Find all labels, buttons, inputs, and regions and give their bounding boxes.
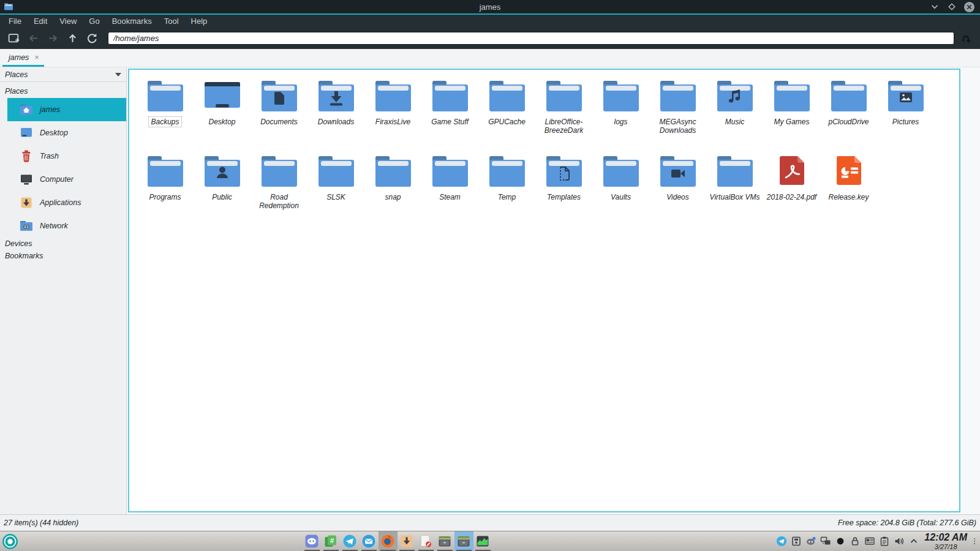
side-home-icon bbox=[20, 103, 33, 116]
close-button[interactable] bbox=[963, 1, 975, 13]
file-item-logs[interactable]: logs bbox=[592, 78, 649, 154]
sidebar-pane-selector[interactable]: Places bbox=[0, 67, 126, 82]
svg-text:#: # bbox=[330, 537, 334, 544]
key-icon bbox=[829, 154, 869, 188]
tabbar: james × bbox=[0, 49, 980, 67]
file-item-desktop[interactable]: Desktop bbox=[194, 78, 251, 154]
panel-handle[interactable] bbox=[971, 538, 978, 544]
taskbar-app-system-monitor[interactable] bbox=[473, 531, 492, 551]
up-button[interactable] bbox=[64, 31, 81, 47]
file-item-release-key[interactable]: Release.key bbox=[820, 154, 877, 229]
menu-item-tool[interactable]: Tool bbox=[158, 15, 185, 27]
taskbar-app-file-cabinet[interactable] bbox=[435, 531, 454, 551]
menu-item-edit[interactable]: Edit bbox=[28, 15, 53, 27]
taskbar-app-notes[interactable]: # bbox=[322, 531, 341, 551]
clock-date: 3/27/18 bbox=[924, 544, 967, 550]
folder-downloads-icon bbox=[317, 78, 356, 113]
side-applications-icon bbox=[20, 196, 33, 209]
new-tab-button[interactable] bbox=[5, 31, 22, 47]
taskbar-app-firefox[interactable] bbox=[379, 531, 398, 551]
taskbar-app-mail[interactable] bbox=[360, 531, 379, 551]
tray-discord-icon[interactable] bbox=[804, 534, 817, 549]
file-item-videos[interactable]: Videos bbox=[649, 154, 706, 229]
sidebar-item-desktop[interactable]: Desktop bbox=[7, 121, 126, 144]
file-item-steam[interactable]: Steam bbox=[421, 154, 478, 229]
maximize-button[interactable] bbox=[946, 1, 957, 12]
forward-button[interactable] bbox=[44, 31, 61, 47]
taskbar-app-telegram[interactable] bbox=[341, 531, 360, 551]
file-item-temp[interactable]: Temp bbox=[478, 154, 535, 229]
side-desktop-icon bbox=[20, 126, 33, 140]
file-item-downloads[interactable]: Downloads bbox=[307, 78, 364, 154]
file-item-pclouddrive[interactable]: pCloudDrive bbox=[820, 78, 877, 154]
file-item-gpucache[interactable]: GPUCache bbox=[478, 78, 535, 154]
file-item-backups[interactable]: Backups bbox=[137, 78, 194, 154]
back-button[interactable] bbox=[24, 31, 42, 47]
sidebar-section-bookmarks[interactable]: Bookmarks bbox=[0, 250, 126, 262]
folder-icon bbox=[601, 154, 641, 188]
file-item-pictures[interactable]: Pictures bbox=[877, 78, 934, 154]
taskbar-app-document-blocked[interactable] bbox=[417, 531, 435, 551]
file-item-2018-02-24-pdf[interactable]: 2018-02-24.pdf bbox=[763, 154, 820, 229]
file-item-templates[interactable]: Templates bbox=[535, 154, 592, 229]
file-item-virtualbox-vms[interactable]: VirtualBox VMs bbox=[706, 154, 763, 229]
sidebar-item-computer[interactable]: Computer bbox=[7, 168, 126, 191]
folder-icon bbox=[829, 78, 869, 113]
folder-icon bbox=[260, 154, 299, 188]
file-item-programs[interactable]: Programs bbox=[137, 154, 194, 229]
file-item-slsk[interactable]: SLSK bbox=[307, 154, 364, 229]
app-launcher-button[interactable] bbox=[0, 531, 20, 551]
menu-item-help[interactable]: Help bbox=[185, 15, 214, 27]
file-item-music[interactable]: Music bbox=[706, 78, 763, 154]
tray-network-monitors-icon[interactable] bbox=[819, 534, 832, 549]
menu-item-go[interactable]: Go bbox=[83, 15, 105, 27]
file-item-firaxislive[interactable]: FiraxisLive bbox=[364, 78, 421, 154]
side-network-icon bbox=[20, 219, 33, 233]
file-item-libreoffice-breezedark[interactable]: LibreOffice-BreezeDark bbox=[535, 78, 592, 154]
file-item-vaults[interactable]: Vaults bbox=[592, 154, 649, 229]
tray-chevron-up-icon[interactable] bbox=[907, 534, 920, 549]
item-count-text: 27 item(s) (44 hidden) bbox=[4, 519, 78, 527]
sidebar-item-trash[interactable]: Trash bbox=[7, 144, 126, 168]
minimize-button[interactable] bbox=[929, 1, 940, 12]
file-item-megasync-downloads[interactable]: MEGAsync Downloads bbox=[649, 78, 706, 154]
tray-app-box-icon[interactable] bbox=[790, 534, 802, 549]
sidebar-section-devices[interactable]: Devices bbox=[0, 238, 126, 250]
menu-item-bookmarks[interactable]: Bookmarks bbox=[106, 15, 158, 27]
folder-icon bbox=[545, 78, 584, 113]
folder-icon bbox=[146, 154, 185, 188]
file-item-public[interactable]: Public bbox=[194, 154, 251, 229]
sidebar-item-james[interactable]: james bbox=[7, 98, 126, 121]
tray-keyring-lock-icon[interactable] bbox=[848, 534, 861, 549]
path-input[interactable] bbox=[108, 32, 954, 45]
sidebar-item-applications[interactable]: Applications bbox=[7, 191, 126, 214]
sidebar-item-network[interactable]: Network bbox=[7, 214, 126, 238]
chevron-down-icon bbox=[115, 73, 121, 77]
tray-telegram-icon[interactable] bbox=[775, 534, 788, 549]
taskbar-app-discord[interactable] bbox=[303, 531, 322, 551]
main-area: Backups Desktop Documents Downloads Fira… bbox=[127, 67, 980, 514]
taskbar-app-downloads[interactable] bbox=[398, 531, 417, 551]
file-item-game-stuff[interactable]: Game Stuff bbox=[421, 78, 478, 154]
folder-public-icon bbox=[203, 154, 242, 188]
tray-clipboard-icon[interactable] bbox=[878, 534, 891, 549]
clock[interactable]: 12:02 AM 3/27/18 bbox=[924, 533, 967, 550]
tray-record-dot-icon[interactable] bbox=[834, 534, 846, 549]
file-item-road-redemption[interactable]: Road Redemption bbox=[251, 154, 307, 229]
menu-item-file[interactable]: File bbox=[2, 15, 28, 27]
file-item-snap[interactable]: snap bbox=[364, 154, 421, 229]
jump-button[interactable] bbox=[957, 31, 975, 47]
refresh-button[interactable] bbox=[83, 31, 100, 47]
tab-james[interactable]: james × bbox=[2, 51, 44, 67]
tab-close-icon[interactable]: × bbox=[34, 54, 39, 61]
tray-keyboard-flag-icon[interactable] bbox=[863, 534, 876, 549]
file-item-documents[interactable]: Documents bbox=[251, 78, 307, 154]
pdf-icon bbox=[772, 154, 812, 188]
folder-icon bbox=[658, 78, 698, 113]
folder-icon bbox=[772, 78, 812, 113]
file-item-my-games[interactable]: My Games bbox=[763, 78, 820, 154]
taskbar-app-file-manager[interactable] bbox=[454, 531, 473, 551]
file-view[interactable]: Backups Desktop Documents Downloads Fira… bbox=[128, 69, 960, 512]
tray-volume-icon[interactable] bbox=[892, 534, 905, 549]
menu-item-view[interactable]: View bbox=[53, 15, 83, 27]
